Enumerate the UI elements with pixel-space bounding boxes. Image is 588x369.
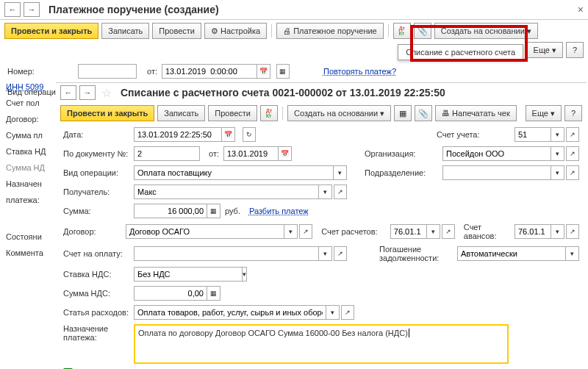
- docnum-input[interactable]: [134, 146, 200, 161]
- recv-label: Получатель:: [63, 187, 129, 196]
- forward-button[interactable]: →: [79, 85, 96, 100]
- from-label: от:: [209, 149, 219, 158]
- open-icon[interactable]: ↗: [442, 224, 455, 239]
- help-button[interactable]: ?: [566, 42, 584, 58]
- gear-icon: ⚙: [211, 26, 218, 36]
- print-icon: 🖨: [283, 26, 291, 35]
- extra-button[interactable]: ▦: [394, 105, 412, 121]
- racct-input[interactable]: [390, 224, 427, 239]
- chevron-down-icon[interactable]: ▾: [284, 224, 298, 239]
- date-input[interactable]: [162, 64, 257, 79]
- window-title: Платежное поручение (создание): [49, 4, 219, 15]
- op-input[interactable]: [134, 165, 334, 180]
- open-icon[interactable]: ↗: [566, 127, 579, 142]
- chevron-down-icon[interactable]: ▾: [551, 165, 564, 180]
- post-close-button[interactable]: Провести и закрыть: [4, 23, 98, 39]
- docnum-label: По документу №:: [63, 149, 129, 158]
- chevron-down-icon[interactable]: ▾: [319, 184, 332, 199]
- invoice-input[interactable]: [134, 246, 319, 261]
- post-button[interactable]: Провести: [208, 105, 257, 121]
- purp-textarea[interactable]: Оплата по договору Договор ОСАГО Сумма 1…: [134, 324, 509, 364]
- open-icon[interactable]: ↗: [341, 305, 354, 320]
- attach-button[interactable]: 📎: [415, 105, 432, 121]
- attach-button[interactable]: 📎: [414, 23, 431, 39]
- more-button[interactable]: Еще ▾: [526, 105, 562, 121]
- clip-icon: 📎: [417, 26, 428, 36]
- vatsum-input[interactable]: [134, 286, 207, 301]
- payorder-button[interactable]: 🖨Платежное поручение: [276, 23, 384, 39]
- post-close-button[interactable]: Провести и закрыть: [60, 105, 154, 121]
- chevron-down-icon[interactable]: ▾: [319, 246, 332, 261]
- date-input[interactable]: [134, 127, 222, 142]
- contract-label: Договор:: [63, 227, 121, 236]
- chevron-down-icon[interactable]: ▾: [326, 305, 340, 320]
- chevron-down-icon[interactable]: ▾: [551, 127, 564, 142]
- vatsum-label: Сумма НДС:: [63, 289, 129, 298]
- exp-input[interactable]: [134, 305, 326, 320]
- create-based-button[interactable]: Создать на основании ▾: [287, 105, 391, 121]
- chevron-down-icon[interactable]: ▾: [551, 146, 564, 161]
- save-button[interactable]: Записать: [101, 23, 149, 39]
- chevron-down-icon[interactable]: ▾: [427, 224, 440, 239]
- calc-icon[interactable]: ▦: [207, 204, 220, 218]
- post-button[interactable]: Провести: [152, 23, 201, 39]
- open-icon[interactable]: ↗: [299, 224, 312, 239]
- split-link[interactable]: Разбить платеж: [249, 207, 309, 215]
- from-input[interactable]: [223, 146, 279, 161]
- org-input[interactable]: [442, 146, 551, 161]
- refresh-icon[interactable]: ↻: [243, 127, 256, 142]
- back-button[interactable]: ←: [4, 2, 21, 17]
- vat-label: Ставка НДС:: [63, 270, 129, 279]
- save-button[interactable]: Записать: [157, 105, 205, 121]
- vat-input[interactable]: [134, 267, 243, 282]
- dtkt-button[interactable]: ДтКт: [260, 105, 278, 121]
- dtkt-button[interactable]: ДтКт: [393, 23, 411, 39]
- extra-icon[interactable]: ▦: [276, 64, 290, 79]
- sum-input[interactable]: [134, 204, 207, 218]
- num-label: Номер:: [7, 67, 74, 76]
- recv-input[interactable]: [134, 184, 319, 199]
- repeat-link[interactable]: Повторять платеж?: [323, 67, 396, 76]
- exp-label: Статья расходов:: [63, 308, 129, 317]
- chevron-down-icon[interactable]: ▾: [334, 165, 347, 180]
- help-button[interactable]: ?: [564, 105, 582, 121]
- chevron-down-icon[interactable]: ▾: [551, 224, 564, 239]
- calendar-icon[interactable]: 📅: [279, 146, 292, 161]
- from-label: от:: [147, 67, 157, 76]
- print-check-button[interactable]: 🖶Напечатать чек: [435, 105, 517, 121]
- contract-input[interactable]: [126, 224, 284, 239]
- chevron-down-icon[interactable]: ▾: [566, 246, 579, 261]
- open-icon[interactable]: ↗: [334, 246, 347, 261]
- forward-button[interactable]: →: [24, 2, 40, 17]
- calc-icon[interactable]: ▦: [207, 286, 220, 301]
- op-label: Вид операции:: [63, 168, 129, 177]
- aacct-label: Счет авансов:: [464, 223, 510, 240]
- printer-icon: 🖶: [442, 109, 450, 118]
- open-icon[interactable]: ↗: [334, 184, 347, 199]
- aacct-input[interactable]: [514, 224, 551, 239]
- close-icon[interactable]: ×: [578, 4, 584, 15]
- rub-label: руб.: [225, 207, 240, 215]
- racct-label: Счет расчетов:: [321, 227, 386, 236]
- settings-button[interactable]: ⚙Настройка: [204, 23, 267, 39]
- sum-label: Сумма:: [63, 207, 129, 215]
- create-based-menu-item[interactable]: Списание с расчетного счета: [398, 44, 523, 60]
- create-based-button[interactable]: Создать на основании ▾: [434, 23, 538, 39]
- back-button[interactable]: ←: [60, 85, 76, 100]
- more-button[interactable]: Еще ▾: [527, 42, 563, 58]
- window-title: Списание с расчетного счета 0021-000002 …: [121, 87, 445, 98]
- open-icon[interactable]: ↗: [566, 165, 579, 180]
- chevron-down-icon[interactable]: ▾: [243, 267, 247, 282]
- debt-input[interactable]: [457, 246, 566, 261]
- open-icon[interactable]: ↗: [566, 224, 579, 239]
- num-input[interactable]: [78, 64, 137, 79]
- acct-input[interactable]: [514, 127, 551, 142]
- div-label: Подразделение:: [365, 168, 438, 177]
- div-input[interactable]: [442, 165, 551, 180]
- debt-label: Погашение задолженности:: [379, 245, 453, 262]
- open-icon[interactable]: ↗: [566, 146, 579, 161]
- date-label: Дата:: [63, 130, 129, 139]
- star-icon[interactable]: ☆: [101, 86, 112, 100]
- calendar-icon[interactable]: 📅: [222, 127, 235, 142]
- calendar-icon[interactable]: 📅: [257, 64, 270, 79]
